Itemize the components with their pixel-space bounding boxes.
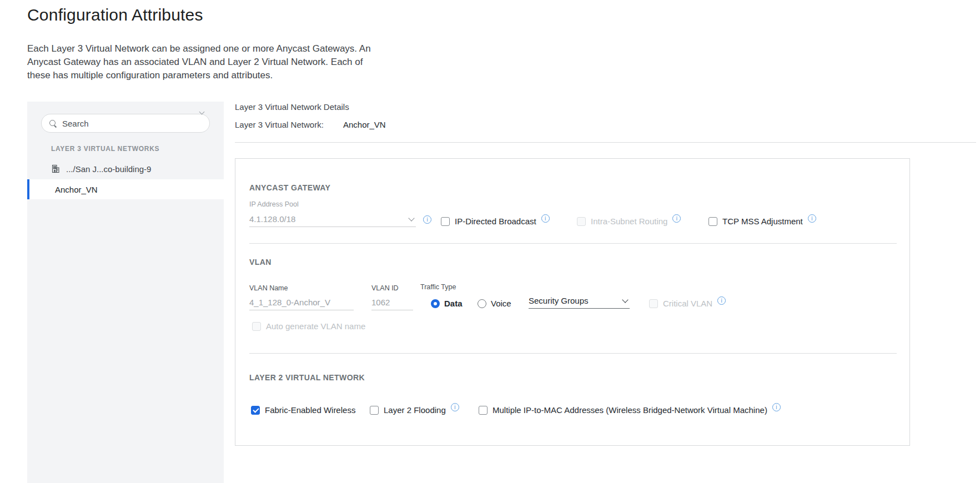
critical-vlan-checkbox: Critical VLAN: [649, 299, 726, 308]
details-heading: Layer 3 Virtual Network Details: [235, 102, 349, 112]
intra-subnet-routing-checkbox: Intra-Subnet Routing: [577, 217, 681, 226]
building-icon: [51, 164, 61, 174]
anycast-gateway-header: ANYCAST GATEWAY: [249, 183, 330, 192]
configuration-attributes-page: Configuration Attributes Each Layer 3 Vi…: [0, 0, 980, 483]
layer2-flooding-checkbox[interactable]: Layer 2 Flooding: [370, 405, 459, 415]
security-groups-value: Security Groups: [529, 296, 589, 305]
vlan-name-input[interactable]: 4_1_128_0-Anchor_V: [249, 295, 354, 310]
details-field-label: Layer 3 Virtual Network:: [235, 120, 324, 129]
sidebar-item-anchor-vn[interactable]: Anchor_VN: [27, 179, 224, 199]
checkbox-icon: [708, 217, 717, 226]
layer2-vn-header: LAYER 2 VIRTUAL NETWORK: [249, 373, 365, 382]
checkbox-icon: [252, 322, 261, 331]
ip-directed-broadcast-checkbox[interactable]: IP-Directed Broadcast: [441, 217, 550, 226]
traffic-type-radio-data[interactable]: Data: [431, 299, 463, 308]
sidebar-vn-label: Anchor_VN: [55, 185, 98, 194]
search-box[interactable]: [41, 114, 210, 133]
traffic-type-label: Traffic Type: [420, 283, 456, 291]
fabric-enabled-wireless-checkbox[interactable]: Fabric-Enabled Wireless: [251, 405, 355, 415]
vlan-id-label: VLAN ID: [371, 284, 399, 292]
divider: [249, 243, 897, 244]
search-input[interactable]: [62, 119, 202, 128]
details-field-value: Anchor_VN: [343, 120, 386, 129]
divider: [249, 353, 897, 354]
checkbox-icon: [370, 406, 379, 415]
page-title: Configuration Attributes: [27, 6, 203, 24]
multiple-ip-to-mac-checkbox[interactable]: Multiple IP-to-MAC Addresses (Wireless B…: [479, 405, 781, 415]
info-icon[interactable]: [451, 403, 459, 411]
checkbox-icon: [251, 406, 260, 415]
info-icon[interactable]: [772, 403, 781, 411]
traffic-type-radio-voice[interactable]: Voice: [478, 299, 511, 308]
vlan-header: VLAN: [249, 258, 272, 266]
info-icon[interactable]: [672, 214, 681, 223]
chevron-down-icon: [622, 296, 628, 303]
auto-generate-vlan-name-checkbox: Auto generate VLAN name: [252, 321, 365, 331]
vlan-name-label: VLAN Name: [249, 284, 288, 292]
security-groups-select[interactable]: Security Groups: [529, 293, 630, 309]
vn-sidebar: LAYER 3 VIRTUAL NETWORKS .../San J...co-…: [27, 102, 224, 483]
attributes-card: ANYCAST GATEWAY IP Address Pool 4.1.128.…: [235, 158, 910, 446]
search-icon: [49, 120, 57, 127]
checkbox-icon: [479, 406, 488, 415]
ip-address-pool-label: IP Address Pool: [249, 200, 299, 208]
vlan-name-value: 4_1_128_0-Anchor_V: [249, 298, 330, 307]
vlan-id-input[interactable]: 1062: [371, 295, 413, 310]
checkbox-icon: [649, 299, 658, 308]
chevron-down-icon: [408, 215, 414, 221]
ip-address-pool-select[interactable]: 4.1.128.0/18: [249, 212, 416, 227]
sidebar-section-header: LAYER 3 VIRTUAL NETWORKS: [51, 145, 159, 153]
tcp-mss-adjustment-checkbox[interactable]: TCP MSS Adjustment: [708, 217, 816, 226]
ip-address-pool-value: 4.1.128.0/18: [249, 214, 295, 224]
radio-icon: [431, 299, 440, 308]
radio-icon: [478, 299, 486, 308]
sidebar-site-label: .../San J...co-building-9: [66, 164, 151, 174]
page-description: Each Layer 3 Virtual Network can be assi…: [27, 42, 387, 82]
checkbox-icon: [577, 217, 586, 226]
info-icon[interactable]: [808, 214, 816, 223]
checkbox-icon: [441, 217, 450, 226]
divider: [235, 142, 976, 143]
info-icon[interactable]: [717, 296, 726, 305]
vlan-id-value: 1062: [371, 298, 390, 307]
info-icon[interactable]: [541, 214, 550, 223]
sidebar-item-site[interactable]: .../San J...co-building-9: [27, 159, 224, 179]
info-icon[interactable]: [423, 215, 431, 224]
